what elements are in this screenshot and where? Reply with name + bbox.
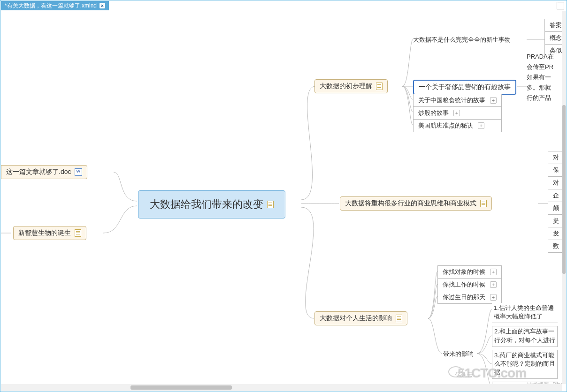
vertical-scroll-thumb[interactable] [562,105,566,274]
branch1-child-flights[interactable]: 美国航班准点的秘诀+ [413,119,502,132]
text-line: 1.估计人类的生命普遍 [492,303,558,312]
horizontal-scrollbar[interactable] [1,384,562,391]
branch3-label: 大数据对个人生活的影响 [320,314,392,323]
branch3-child-job[interactable]: 你找工作的时候+ [437,278,502,291]
list-item[interactable]: 概念 [544,31,562,44]
notes-icon[interactable] [75,229,81,237]
expand-icon[interactable]: + [490,281,497,288]
notes-icon[interactable] [267,201,274,208]
branch3-impact-details: 1.估计人类的生命普遍 概率大幅度降低了 2.和上面的汽车故事一 行分析，对每个… [492,303,558,384]
text-line: 概率大幅度降低了 [492,312,558,323]
branch1-note[interactable]: 大数据不是什么完完全全的新生事物 [413,36,511,44]
left-node-bio[interactable]: 新智慧生物的诞生 [13,226,86,240]
branch1-label: 大数据的初步理解 [320,82,372,90]
left-node-doc[interactable]: 这一篇文章就够了.doc [1,165,87,179]
list-item[interactable]: 保 [548,164,562,176]
branch1-child-luxury-story[interactable]: 一个关于奢侈品营销的有趣故事 [413,80,516,95]
expand-icon[interactable]: + [490,269,497,275]
list-item[interactable]: 对 [548,151,562,164]
branch3-impact-label[interactable]: 带来的影响 [443,350,474,358]
text-line: PRADA在 [527,52,554,62]
text-line: 多。那就 [527,83,554,93]
text-line: 3.药厂的商业模式可能 [492,350,558,360]
text-line: 么不能呢？定制的而且 [492,360,558,368]
list-item[interactable]: 答案 [544,19,562,31]
horizontal-scroll-thumb[interactable] [130,385,232,390]
expand-icon[interactable]: + [490,294,497,301]
list-item[interactable]: 对 [548,176,562,189]
list-item[interactable]: 发 [548,227,562,240]
tab-strip: *有关大数据，看这一篇就够了.xmind × [1,1,566,11]
text-line: 行的产品 [527,93,554,103]
notes-icon[interactable] [480,200,487,207]
watermark-brand: 亿速云 [455,371,473,379]
central-topic-label: 大数据给我们带来的改变 [150,197,263,211]
expand-icon[interactable]: + [453,110,460,116]
tab-close-icon[interactable]: × [100,3,105,8]
maximize-icon[interactable] [557,2,564,9]
branch1-luxury-detail: PRADA在 会传至PR 如果有一 多。那就 行的产品 [527,52,554,103]
notes-icon[interactable] [396,315,402,322]
tab-title: *有关大数据，看这一篇就够了.xmind [5,1,97,10]
branch3-child-dating[interactable]: 你找对象的时候+ [437,265,502,278]
list-item[interactable]: 数 [548,240,562,253]
word-doc-icon [75,168,82,176]
branch3-children-top: 你找对象的时候+ 你找工作的时候+ 你过生日的那天+ [437,265,502,304]
left-node-doc-label: 这一篇文章就够了.doc [6,168,71,176]
list-item[interactable]: 颠 [548,202,562,214]
list-item[interactable]: 企 [548,189,562,202]
text-line: 如果有一 [527,72,554,83]
window-frame: *有关大数据，看这一篇就够了.xmind × [0,0,567,392]
branch1-children-stack: 关于中国粮食统计的故事+ 炒股的故事+ 美国航班准点的秘诀+ [413,94,502,132]
text-line: 2.和上面的汽车故事一 [492,326,558,336]
branch3-child-birthday[interactable]: 你过生日的那天+ [437,291,502,304]
branch1-child-grain[interactable]: 关于中国粮食统计的故事+ [413,94,502,106]
branch-initial-understanding[interactable]: 大数据的初步理解 [314,79,388,93]
vertical-scrollbar[interactable] [562,11,566,384]
expand-icon[interactable]: + [478,122,484,129]
file-tab[interactable]: *有关大数据，看这一篇就够了.xmind × [1,1,109,10]
left-node-bio-label: 新智慧生物的诞生 [18,229,71,237]
branch2-children: 对 保 对 企 颠 提 发 数 [548,151,562,253]
notes-icon[interactable] [376,83,383,90]
branch-personal-life[interactable]: 大数据对个人生活的影响 [314,311,407,325]
cloud-icon [448,366,463,377]
text-line: 会传至PR [527,62,554,72]
expand-icon[interactable]: + [490,97,497,104]
branch-business-reconstruct[interactable]: 大数据将重构很多行业的商业思维和商业模式 [340,196,492,211]
branch2-label: 大数据将重构很多行业的商业思维和商业模式 [345,199,476,208]
text-line: 行分析，对每个人进行 [492,336,558,347]
branch1-child-stock[interactable]: 炒股的故事+ [413,106,502,119]
mindmap-canvas[interactable]: 大数据给我们带来的改变 这一篇文章就够了.doc 新智慧生物的诞生 大数据的初步… [1,11,562,384]
list-item[interactable]: 提 [548,214,562,227]
central-topic[interactable]: 大数据给我们带来的改变 [138,190,285,219]
text-line: 据 [492,368,558,379]
